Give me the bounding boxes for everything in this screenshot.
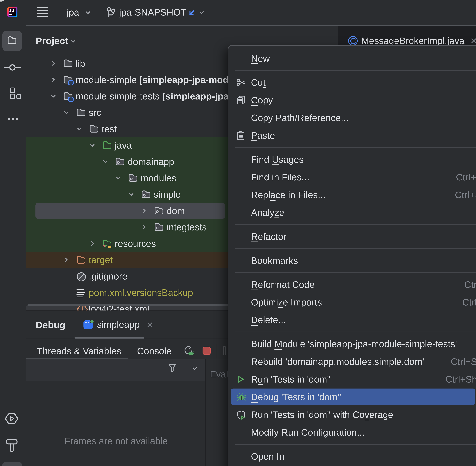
svg-text:C: C [350,36,356,45]
